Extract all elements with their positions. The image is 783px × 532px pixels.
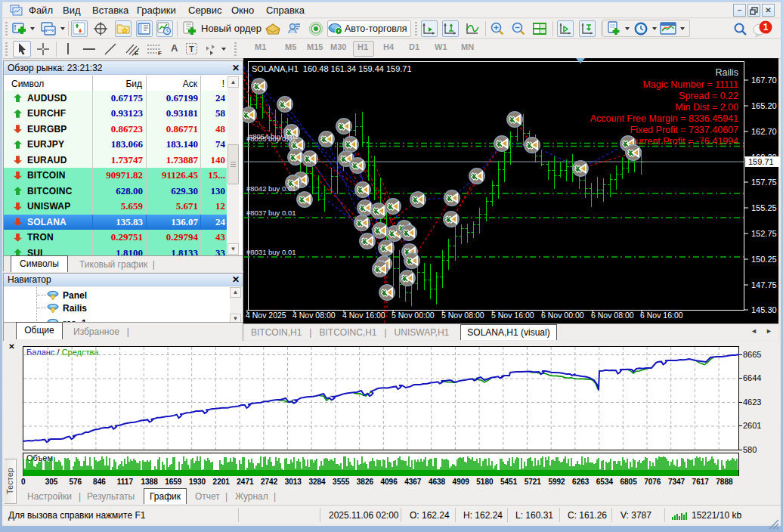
svg-text:T: T bbox=[189, 45, 194, 54]
svg-text:E: E bbox=[135, 50, 139, 56]
svg-text:1: 1 bbox=[763, 22, 769, 32]
svg-text:F: F bbox=[158, 50, 162, 56]
